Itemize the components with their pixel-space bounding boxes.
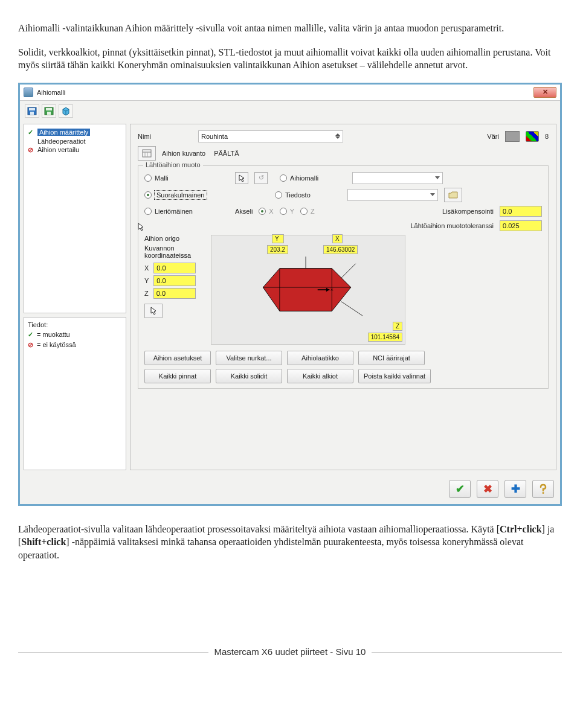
tree-label: Aihion vertailu: [37, 146, 79, 153]
svg-marker-15: [151, 307, 156, 315]
outro-para: Lähdeoperaatiot-sivulla valitaan lähdeop…: [18, 523, 562, 562]
footer-text: Mastercam X6 uudet piirteet - Sivu 10: [208, 647, 372, 657]
save-icon[interactable]: [25, 104, 39, 118]
btn-kaikki-pinnat[interactable]: Kaikki pinnat: [144, 369, 211, 383]
cube-icon[interactable]: [59, 104, 73, 118]
muototol-field[interactable]: 0.025: [500, 220, 542, 231]
save-green-icon[interactable]: [42, 104, 56, 118]
group-title: Lähtöaihion muoto: [143, 161, 203, 168]
radio-aihiomalli[interactable]: Aihiomalli: [280, 174, 346, 182]
tree-view[interactable]: ✓ Aihion määrittely Lähdeoperaatiot ⊘ Ai…: [24, 124, 126, 313]
select-point-icon[interactable]: [144, 304, 163, 318]
add-button[interactable]: ✚: [504, 480, 526, 498]
radio-tiedosto[interactable]: Tiedosto: [275, 191, 341, 199]
dim-x-tag[interactable]: X: [332, 234, 343, 243]
lahtoaihion-muoto-group: Lähtöaihion muoto Malli ↺ Aihiomalli: [138, 165, 549, 389]
radio-suorakulmainen[interactable]: Suorakulmainen: [144, 191, 229, 199]
btn-kaikki-solidit[interactable]: Kaikki solidit: [216, 369, 282, 383]
svg-line-22: [341, 301, 362, 320]
dim-z-tag[interactable]: Z: [393, 322, 402, 331]
color-picker-icon[interactable]: [526, 131, 539, 142]
kuvannon-label: Kuvannon koordinaateissa: [144, 244, 199, 259]
btn-aihion-asetukset[interactable]: Aihion asetukset: [144, 351, 211, 365]
svg-rect-8: [143, 150, 151, 157]
check-icon: ✓: [28, 331, 33, 339]
name-label: Nimi: [138, 133, 192, 140]
info-heading: Tiedot:: [28, 321, 122, 328]
btn-poista-valinnat[interactable]: Poista kaikki valinnat: [358, 369, 431, 383]
svg-rect-4: [46, 108, 52, 110]
svg-point-27: [543, 492, 544, 494]
radio-lieriomainen[interactable]: Lieriömäinen: [144, 208, 229, 215]
origo-x[interactable]: 0.0: [153, 263, 196, 273]
dialog-buttons: ✔ ✖ ✚: [20, 474, 560, 504]
color-value: 8: [545, 133, 549, 140]
intro-para-2: Solidit, verkkoalkiot, pinnat (yksittäis…: [18, 46, 562, 72]
tree-label: Lähdeoperaatiot: [37, 138, 86, 145]
radio-malli[interactable]: Malli: [144, 174, 229, 182]
name-input[interactable]: Rouhinta: [198, 130, 343, 142]
name-value: Rouhinta: [201, 133, 228, 140]
color-swatch[interactable]: [505, 131, 520, 142]
help-button[interactable]: [532, 480, 554, 498]
axis-z[interactable]: Z: [300, 208, 315, 215]
dim-z-value[interactable]: 101.14584: [368, 333, 402, 342]
svg-rect-1: [29, 108, 35, 110]
calendar-icon[interactable]: [138, 146, 156, 161]
toolbar: [20, 101, 560, 121]
cursor-icon[interactable]: [132, 220, 149, 234]
axis-y[interactable]: Y: [280, 208, 294, 215]
tree-label: Aihion määrittely: [37, 129, 90, 136]
btn-valitse-nurkat[interactable]: Valitse nurkat...: [216, 351, 282, 365]
open-file-icon[interactable]: [444, 188, 462, 202]
ok-button[interactable]: ✔: [449, 480, 471, 498]
window-title: Aihiomalli: [37, 89, 65, 96]
check-icon: ✓: [28, 129, 35, 136]
aihiomalli-window: Aihiomalli ✕ ✓ Aihion määrittely Lähdeop…: [18, 83, 562, 506]
lisakomp-field[interactable]: 0.0: [500, 206, 542, 217]
aihiomalli-select[interactable]: [352, 172, 443, 184]
akseli-label: Akseli: [235, 208, 253, 215]
origo-title: Aihion origo: [144, 235, 199, 242]
hex-shape: [254, 257, 362, 323]
deny-icon: ⊘: [28, 146, 35, 154]
page-footer: Mastercam X6 uudet piirteet - Sivu 10: [18, 653, 562, 663]
legend-muokattu: = muokattu: [37, 331, 70, 338]
dim-y-value[interactable]: 203.2: [267, 245, 288, 254]
axis-x[interactable]: X: [259, 208, 273, 215]
info-panel: Tiedot: ✓ = muokattu ⊘ = ei käytössä: [24, 317, 126, 470]
origo-z[interactable]: 0.0: [153, 288, 196, 299]
svg-marker-13: [449, 192, 457, 198]
kuvanto-label: Aihion kuvanto: [162, 150, 205, 157]
pick-arrow-icon[interactable]: [235, 172, 248, 184]
lisakomp-label: Lisäkompensointi: [442, 208, 494, 215]
titlebar: Aihiomalli ✕: [20, 85, 560, 101]
svg-marker-12: [239, 175, 244, 182]
btn-aihiolaatikko[interactable]: Aihiolaatikko: [287, 351, 353, 365]
dim-x-value[interactable]: 146.63002: [323, 245, 358, 254]
color-label: Väri: [487, 133, 499, 140]
revert-icon[interactable]: ↺: [254, 172, 268, 184]
deny-icon: ⊘: [28, 341, 33, 349]
tree-item-aihion-maarittely[interactable]: ✓ Aihion määrittely: [28, 128, 122, 137]
btn-kaikki-alkiot[interactable]: Kaikki alkiot: [287, 369, 353, 383]
muototol-label: Lähtöaihion muototoleranssi: [410, 222, 494, 229]
svg-marker-16: [263, 268, 350, 311]
cancel-button[interactable]: ✖: [477, 480, 498, 498]
app-icon: [24, 88, 33, 97]
legend-ei-kaytossa: = ei käytössä: [37, 341, 76, 348]
settings-panel: Nimi Rouhinta Väri 8 Aihion kuvanto PÄÄL…: [130, 124, 556, 470]
tree-item-lahdeoperaatiot[interactable]: Lähdeoperaatiot: [28, 137, 122, 145]
origo-y[interactable]: 0.0: [153, 275, 196, 286]
tiedosto-select[interactable]: [347, 189, 438, 201]
btn-nci-aarirajat[interactable]: NCI äärirajat: [358, 351, 425, 365]
dim-y-tag[interactable]: Y: [272, 234, 284, 243]
intro-para-1: Aihiomalli -valintaikkunan Aihion määrit…: [18, 22, 562, 35]
svg-rect-5: [47, 112, 51, 115]
svg-rect-2: [30, 112, 34, 115]
svg-marker-14: [138, 223, 143, 231]
close-button[interactable]: ✕: [533, 87, 556, 98]
stock-diagram: Y 203.2 X 146.63002 Z 101.14584: [211, 235, 405, 345]
svg-line-21: [341, 264, 356, 278]
tree-item-aihion-vertailu[interactable]: ⊘ Aihion vertailu: [28, 145, 122, 155]
